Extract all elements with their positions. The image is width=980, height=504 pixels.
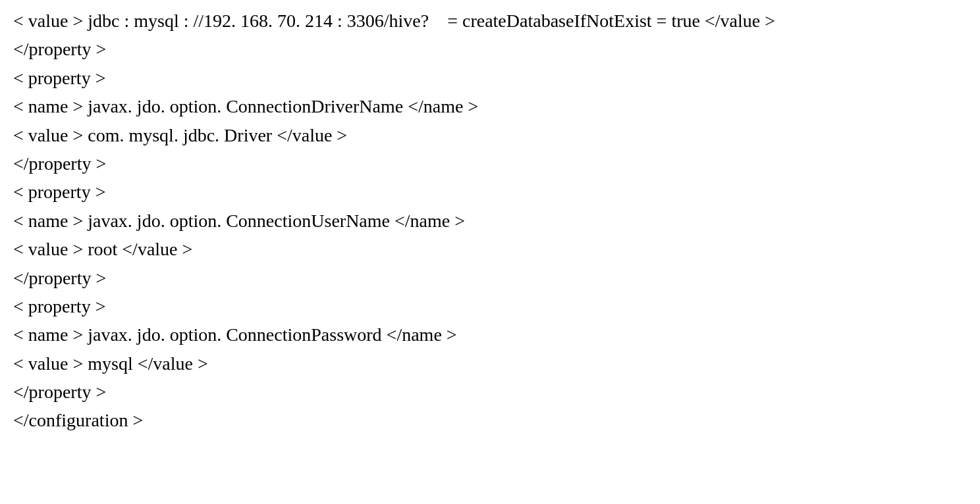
xml-line-13: < value > mysql <​/value > xyxy=(13,349,967,378)
xml-line-1: < value > jdbc : mysql : //192. 168. 70.… xyxy=(13,7,967,35)
xml-line-2: <​/property > xyxy=(13,35,967,63)
xml-line-3: < property > xyxy=(13,64,967,92)
xml-line-6: <​/property > xyxy=(13,149,967,178)
xml-document: < value > jdbc : mysql : //192. 168. 70.… xyxy=(13,7,967,435)
xml-line-7: < property > xyxy=(13,178,967,206)
xml-line-11: < property > xyxy=(13,292,967,320)
xml-line-10: <​/property > xyxy=(13,264,967,292)
xml-line-9: < value > root <​/value > xyxy=(13,235,967,263)
xml-line-4: < name > javax. jdo. option. ConnectionD… xyxy=(13,92,967,120)
xml-line-14: <​/property > xyxy=(13,378,967,406)
xml-line-12: < name > javax. jdo. option. ConnectionP… xyxy=(13,320,967,349)
xml-line-5: < value > com. mysql. jdbc. Driver <​/va… xyxy=(13,121,967,149)
xml-line-15: <​/configuration > xyxy=(13,406,967,434)
xml-line-8: < name > javax. jdo. option. ConnectionU… xyxy=(13,207,967,235)
